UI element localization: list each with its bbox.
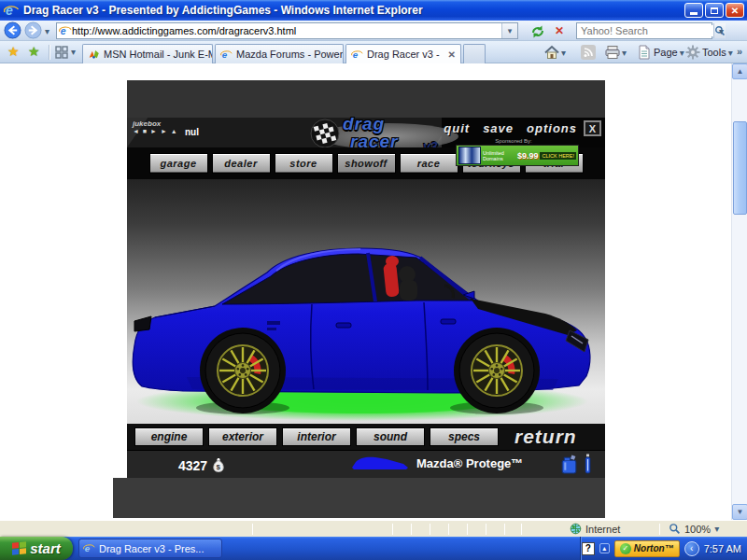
restore-icon bbox=[711, 7, 718, 14]
msn-butterfly-icon bbox=[88, 49, 100, 61]
scroll-up-button[interactable]: ▲ bbox=[732, 63, 747, 79]
checkered-flag-icon bbox=[309, 118, 341, 149]
back-button[interactable] bbox=[4, 21, 21, 39]
scroll-down-icon: ▼ bbox=[737, 508, 744, 516]
restore-button[interactable] bbox=[705, 3, 724, 18]
quick-tabs-icon[interactable] bbox=[54, 45, 69, 60]
close-button[interactable]: ✕ bbox=[726, 3, 744, 18]
ie-icon: e bbox=[83, 542, 95, 554]
fuel-jug-icon[interactable] bbox=[560, 454, 578, 475]
separator bbox=[49, 45, 49, 60]
print-dropdown[interactable]: ▾ bbox=[622, 48, 627, 58]
url-input[interactable] bbox=[72, 25, 501, 36]
store-button[interactable]: store bbox=[275, 153, 333, 174]
tray-help-icon[interactable]: ? bbox=[582, 542, 595, 555]
money-bag-icon: $ bbox=[212, 457, 225, 473]
taskbar-item-drag-racer[interactable]: e Drag Racer v3 - Pres... bbox=[78, 539, 222, 558]
interior-button[interactable]: interior bbox=[282, 427, 351, 446]
scroll-down-button[interactable]: ▼ bbox=[732, 504, 747, 520]
windows-flag-icon bbox=[12, 541, 26, 555]
tray-expand-icon[interactable]: ▴ bbox=[599, 543, 610, 553]
jukebox-controls[interactable]: ◄ ■ ► ► ▲ bbox=[133, 128, 178, 134]
scroll-up-icon: ▲ bbox=[737, 67, 744, 76]
front-wheel[interactable] bbox=[454, 328, 540, 413]
print-button[interactable]: ▾ bbox=[605, 45, 627, 60]
command-bar: ★ ★ ▾ MSN Hotmail - Junk E-Mail e Mazda … bbox=[0, 41, 747, 63]
taskbar-clock: 7:57 AM bbox=[704, 543, 741, 554]
scrollbar-thumb[interactable] bbox=[733, 121, 747, 215]
save-button[interactable]: save bbox=[483, 121, 514, 135]
race-button[interactable]: race bbox=[400, 153, 458, 174]
tab-close-icon[interactable]: ✕ bbox=[448, 49, 456, 60]
svg-text:e: e bbox=[61, 25, 66, 36]
home-dropdown[interactable]: ▾ bbox=[561, 48, 566, 58]
system-tray: ? ▴ ✓ Norton™ ‹ 7:57 AM bbox=[581, 537, 747, 560]
car-illustration bbox=[127, 237, 605, 424]
tools-dropdown: ▾ bbox=[728, 48, 733, 58]
rear-wheel[interactable] bbox=[200, 328, 286, 413]
nos-bottle-icon[interactable] bbox=[584, 454, 592, 475]
dealer-button[interactable]: dealer bbox=[212, 153, 271, 174]
search-box bbox=[576, 22, 712, 39]
forward-button[interactable] bbox=[24, 21, 42, 39]
specs-button[interactable]: specs bbox=[430, 427, 499, 446]
refresh-button[interactable] bbox=[530, 24, 545, 39]
feeds-button[interactable] bbox=[581, 45, 596, 60]
minimize-button[interactable] bbox=[684, 3, 703, 18]
zoom-magnifier-icon bbox=[669, 523, 681, 535]
search-input[interactable] bbox=[577, 25, 713, 36]
globe-icon bbox=[570, 523, 582, 535]
hud-bar: 4327 $ Mazda® Protege™ bbox=[127, 450, 605, 478]
new-tab-stub[interactable] bbox=[463, 44, 486, 63]
page-dropdown: ▾ bbox=[680, 48, 684, 58]
car-scene bbox=[127, 179, 605, 424]
home-button[interactable]: ▾ bbox=[544, 45, 566, 60]
tools-menu-button[interactable]: Tools ▾ bbox=[685, 45, 733, 60]
dropdown-icon: ▾ bbox=[508, 26, 513, 35]
add-favorite-icon[interactable]: ★ bbox=[28, 44, 40, 59]
start-button[interactable]: start bbox=[0, 537, 73, 560]
return-button[interactable]: return bbox=[514, 426, 577, 448]
favorites-star-icon[interactable]: ★ bbox=[7, 44, 20, 59]
sound-button[interactable]: sound bbox=[356, 427, 425, 446]
toolbar-overflow-chevron[interactable]: » bbox=[737, 46, 742, 57]
security-zone: Internet bbox=[570, 523, 620, 535]
garage-button[interactable]: garage bbox=[149, 153, 208, 174]
jukebox-track-name: nul bbox=[185, 127, 199, 137]
quit-button[interactable]: quit bbox=[444, 121, 470, 135]
tab-mazda-forums[interactable]: e Mazda Forums - Powered by ... bbox=[215, 44, 344, 63]
navigation-bar: ▾ e ▾ ✕ ▾ bbox=[0, 21, 747, 41]
tab-label: MSN Hotmail - Junk E-Mail bbox=[104, 49, 213, 60]
tab-drag-racer[interactable]: e Drag Racer v3 - Presente... ✕ bbox=[345, 44, 461, 63]
tab-list-dropdown[interactable]: ▾ bbox=[71, 47, 76, 57]
tab-msn-hotmail[interactable]: MSN Hotmail - Junk E-Mail bbox=[82, 44, 213, 63]
stop-button[interactable]: ✕ bbox=[555, 24, 564, 37]
engine-button[interactable]: engine bbox=[134, 427, 204, 446]
game-close-button[interactable]: X bbox=[584, 120, 601, 136]
page-menu-button[interactable]: Page ▾ bbox=[637, 45, 684, 60]
options-button[interactable]: options bbox=[527, 121, 577, 135]
tray-collapse-icon[interactable]: ‹ bbox=[684, 541, 699, 556]
zoom-dropdown[interactable]: ▾ bbox=[714, 524, 719, 534]
jukebox-label: jukebox bbox=[133, 119, 178, 128]
showoff-button[interactable]: showoff bbox=[337, 153, 396, 174]
ie-icon: e bbox=[351, 49, 363, 61]
rss-feed-icon bbox=[581, 45, 596, 60]
history-dropdown[interactable]: ▾ bbox=[45, 26, 49, 36]
taskbar-item-label: Drag Racer v3 - Pres... bbox=[99, 543, 204, 554]
exterior-button[interactable]: exterior bbox=[208, 427, 277, 446]
ad-price: $9.99 bbox=[517, 151, 539, 161]
ad-banner[interactable]: Unlimited Domains $9.99 CLICK HERE! bbox=[456, 145, 579, 166]
game-frame: jukebox ◄ ■ ► ► ▲ nul drag racer v3 bbox=[127, 80, 605, 478]
ie-icon: e bbox=[4, 3, 19, 18]
close-icon: ✕ bbox=[731, 6, 739, 16]
page-icon bbox=[637, 45, 652, 60]
search-options-dropdown[interactable]: ▾ bbox=[719, 26, 724, 36]
ad-text: Unlimited Domains bbox=[483, 150, 515, 161]
address-dropdown[interactable]: ▾ bbox=[501, 23, 517, 38]
norton-badge[interactable]: ✓ Norton™ bbox=[614, 540, 680, 557]
vertical-scrollbar[interactable]: ▲ ▼ bbox=[731, 63, 747, 520]
svg-text:e: e bbox=[6, 3, 13, 18]
page-menu-label: Page bbox=[654, 47, 678, 58]
zoom-control[interactable]: 100% ▾ bbox=[669, 523, 719, 535]
